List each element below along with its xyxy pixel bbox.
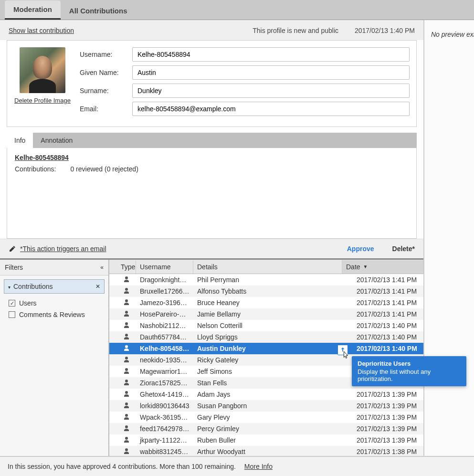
row-date: 2017/02/13 1:39 PM [353,424,423,434]
info-panel: Kelhe-805458894 Contributions: 0 reviewe… [7,148,417,239]
row-date: 2017/02/13 1:39 PM [353,413,423,422]
user-icon [123,298,130,306]
col-details[interactable]: Details [193,260,342,274]
email-field[interactable] [132,102,410,116]
checkbox-checked-icon[interactable] [9,300,15,307]
show-last-contribution-link[interactable]: Show last contribution [9,27,74,34]
row-username: Dragonknight102... [136,275,193,285]
row-details: Alfonso Tybbatts [193,286,353,296]
tab-annotation[interactable]: Annotation [33,133,80,148]
user-icon [123,379,130,386]
user-icon [123,413,130,421]
approve-button[interactable]: Approve [347,245,374,253]
surname-label: Surname: [80,87,132,95]
sort-desc-icon: ▼ [363,264,368,269]
row-username: Wpack-361953129 [136,413,193,422]
row-username: Magewarrior1213... [136,367,193,376]
user-icon [123,356,130,363]
row-details: Adam Jays [193,390,353,399]
info-username-link[interactable]: Kelhe-805458894 [15,154,409,161]
table-row[interactable]: Wpack-361953129Gary Plevy2017/02/13 1:39… [109,412,423,423]
profile-status: This profile is new and public [253,27,338,34]
table-row[interactable]: lorkid890136443Susan Pangborn2017/02/13 … [109,400,423,412]
table-row[interactable]: Jamezo-3196308...Bruce Heaney2017/02/13 … [109,297,423,308]
col-username[interactable]: Username [136,260,193,274]
filter-users[interactable]: Users [6,297,103,309]
filter-users-label: Users [19,299,37,307]
checkbox-unchecked-icon[interactable] [9,311,15,318]
tab-moderation[interactable]: Moderation [5,0,61,20]
main-tabs: Moderation All Contributions [0,0,474,20]
preview-panel: No preview exists [424,20,474,456]
filter-group-contributions[interactable]: ▾Contributions ✕ [4,279,105,294]
row-details: Phil Perryman [193,275,353,285]
session-summary: In this session, you have approved 4 con… [8,463,236,470]
row-details: Ricky Gateley [193,355,353,365]
delete-profile-image-link[interactable]: Delete Profile Image [14,97,71,104]
table-row[interactable]: feed1764297844Percy Grimley2017/02/13 1:… [109,423,423,434]
deprioritize-button[interactable] [337,345,348,355]
table-row[interactable]: Nashobi2112065...Nelson Cotterill2017/02… [109,320,423,331]
user-icon [123,287,130,295]
given-name-field[interactable] [132,65,410,80]
contributions-table: Type Username Details Date ▼ Dragonknigh… [109,260,423,456]
username-field[interactable] [132,47,410,62]
user-icon [123,344,130,352]
user-icon [123,436,130,444]
contributions-label: Contributions: [15,165,56,173]
surname-field[interactable] [132,84,410,98]
more-info-link[interactable]: More Info [244,463,273,470]
filter-comments[interactable]: Comments & Reviews [6,309,103,320]
row-username: Ghetox4-1419653... [136,390,193,399]
row-username: feed1764297844 [136,424,193,434]
table-row[interactable]: Dragonknight102...Phil Perryman2017/02/1… [109,274,423,286]
email-label: Email: [80,105,132,113]
row-username: neokido-1935687... [136,355,193,365]
contributions-value: 0 reviewed (0 rejected) [70,165,138,173]
row-details: Gary Plevy [193,413,353,422]
row-username: Kelhe-805458894 [136,344,193,353]
table-row[interactable]: Dauth657784718Lloyd Spriggs2017/02/13 1:… [109,331,423,343]
tab-info[interactable]: Info [7,133,33,148]
profile-date: 2017/02/13 1:40 PM [355,27,415,34]
row-details: Percy Grimley [193,424,353,434]
table-row[interactable]: Bruxelle17266387Alfonso Tybbatts2017/02/… [109,286,423,297]
username-label: Username: [80,51,132,58]
close-icon[interactable]: ✕ [95,283,100,290]
row-username: Bruxelle17266387 [136,286,193,296]
row-details: Stan Fells [193,378,353,388]
row-username: HosePareiro-2073... [136,309,193,319]
row-details: Lloyd Spriggs [193,332,353,342]
row-date: 2017/02/13 1:41 PM [353,275,423,285]
email-trigger-note[interactable]: *This action triggers an email [20,245,106,253]
user-icon [123,390,130,398]
user-icon [123,333,130,340]
table-row[interactable]: Ghetox4-1419653...Adam Jays2017/02/13 1:… [109,389,423,400]
row-details: Nelson Cotterill [193,321,353,330]
filters-sidebar: Filters « ▾Contributions ✕ Users [0,260,109,456]
row-username: jkparty-11122786... [136,435,193,445]
col-date[interactable]: Date ▼ [342,260,423,274]
user-icon [123,321,130,329]
collapse-filters-icon[interactable]: « [100,264,104,271]
tab-all-contributions[interactable]: All Contributions [61,2,136,20]
filter-comments-label: Comments & Reviews [19,311,85,318]
row-details: Jeff Simons [193,367,353,376]
user-icon [123,310,130,317]
filters-title: Filters [5,264,23,271]
deprioritize-tooltip: Deprioritize Users Display the list with… [352,356,466,386]
row-details: Jamie Bellamy [193,309,353,319]
table-row[interactable]: HosePareiro-2073...Jamie Bellamy2017/02/… [109,308,423,320]
table-row[interactable]: wabbit831245882Arthur Woodyatt2017/02/13… [109,446,423,456]
action-bar: *This action triggers an email Approve D… [0,239,423,258]
user-icon [123,424,130,432]
row-date: 2017/02/13 1:40 PM [353,344,423,353]
table-row[interactable]: Kelhe-805458894Austin Dunkley2017/02/13 … [109,343,423,354]
row-date: 2017/02/13 1:41 PM [353,298,423,307]
delete-button[interactable]: Delete* [392,245,415,253]
pencil-icon [9,245,16,253]
col-type[interactable]: Type [117,260,136,274]
table-row[interactable]: jkparty-11122786...Ruben Buller2017/02/1… [109,434,423,446]
user-icon [123,367,130,375]
row-details: Susan Pangborn [193,401,353,411]
